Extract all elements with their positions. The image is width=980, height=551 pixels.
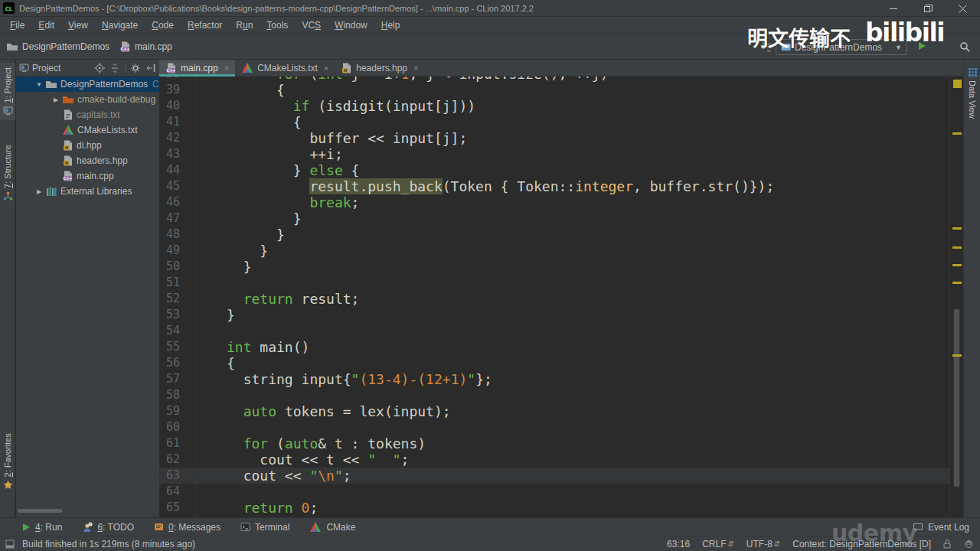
line-number[interactable]: 39 [159, 82, 196, 98]
code-line-43[interactable]: 43 ++i; [159, 146, 949, 162]
code-line-46[interactable]: 46 break; [159, 194, 949, 210]
line-number[interactable]: 48 [159, 227, 196, 243]
warning-stripe-mark[interactable] [952, 354, 962, 357]
warning-stripe-mark[interactable] [952, 282, 962, 284]
horizontal-scrollbar[interactable] [18, 509, 62, 513]
line-number[interactable]: 60 [159, 419, 196, 435]
line-separator-select[interactable]: CRLF⇵ [702, 539, 734, 549]
hector-inspections-icon[interactable] [964, 539, 974, 549]
run-configuration-select[interactable]: DesignPatternDemos ▼ [776, 39, 907, 55]
line-number[interactable]: 43 [159, 146, 196, 162]
breadcrumb-item[interactable]: DesignPatternDemos [6, 41, 109, 53]
code-line-62[interactable]: 62 cout << t << " "; [159, 452, 949, 468]
run-button[interactable] [917, 41, 926, 51]
toolwindow-button-run[interactable]: 4: Run [21, 522, 62, 533]
close-tab-icon[interactable]: × [413, 64, 418, 73]
line-number[interactable]: 61 [159, 435, 196, 452]
menu-tools[interactable]: Tools [260, 18, 295, 33]
locate-icon[interactable] [94, 63, 105, 73]
line-number[interactable]: 42 [159, 130, 196, 146]
line-number[interactable]: 50 [159, 259, 196, 275]
menu-view[interactable]: View [61, 18, 95, 33]
line-number[interactable]: 52 [159, 291, 196, 307]
tree-item-di.hpp[interactable]: Hdi.hpp [16, 138, 159, 153]
code-line-58[interactable]: 58 [159, 387, 949, 403]
warning-stripe-mark[interactable] [952, 246, 962, 249]
line-number[interactable]: 44 [159, 162, 196, 178]
code-line-53[interactable]: 53} [159, 307, 949, 323]
breadcrumb-item[interactable]: C++main.cpp [119, 41, 172, 53]
menu-run[interactable]: Run [229, 18, 260, 33]
code-line-60[interactable]: 60 [159, 419, 949, 435]
tool-stripe-1-project[interactable]: 1: Project [0, 63, 15, 120]
expand-arrow-icon[interactable]: ▶ [50, 96, 62, 103]
line-number[interactable]: 62 [159, 452, 196, 468]
code-line-48[interactable]: 48 } [159, 227, 949, 243]
vertical-scrollbar[interactable] [953, 308, 960, 487]
code-line-59[interactable]: 59 auto tokens = lex(input); [159, 403, 949, 419]
menu-navigate[interactable]: Navigate [95, 18, 145, 33]
expand-arrow-icon[interactable]: ▶ [33, 188, 45, 195]
hide-panel-icon[interactable] [145, 63, 156, 73]
code-line-45[interactable]: 45 result.push_back(Token { Token::integ… [159, 178, 949, 194]
line-number[interactable]: 47 [159, 210, 196, 227]
line-number[interactable]: 54 [159, 323, 196, 339]
line-number[interactable]: 58 [159, 387, 196, 403]
search-everywhere-icon[interactable] [959, 41, 971, 53]
toolwindow-button-cmake[interactable]: CMake [309, 521, 355, 533]
menu-refactor[interactable]: Refactor [181, 18, 229, 33]
code-line-52[interactable]: 52 return result; [159, 291, 949, 307]
editor-tab-main.cpp[interactable]: C++main.cpp× [159, 60, 235, 77]
menu-window[interactable]: Window [328, 18, 374, 33]
menu-help[interactable]: Help [374, 18, 407, 33]
menu-file[interactable]: File [3, 18, 31, 33]
resolve-context[interactable]: Context: DesignPatternDemos [D] [792, 539, 931, 549]
lock-icon[interactable] [943, 539, 952, 549]
minimize-button[interactable] [877, 0, 911, 17]
toolwindow-button-messages[interactable]: 0: Messages [154, 522, 220, 533]
code-line-55[interactable]: 55int main() [159, 339, 949, 355]
line-number[interactable]: 53 [159, 307, 196, 323]
toolwindow-toggle-icon[interactable] [5, 540, 15, 549]
editor-tab-headers.hpp[interactable]: Hheaders.hpp× [335, 60, 424, 77]
toolwindow-button-todo[interactable]: 6: TODO [82, 522, 134, 533]
line-number[interactable]: 46 [159, 194, 196, 210]
warning-stripe-mark[interactable] [952, 264, 962, 266]
code-editor[interactable]: 38 for (int j = i+1; j < input.size(); +… [159, 77, 949, 517]
line-number[interactable]: 41 [159, 114, 196, 130]
code-line-64[interactable]: 64 [159, 484, 949, 500]
close-tab-icon[interactable]: × [224, 64, 229, 73]
code-line-39[interactable]: 39 { [159, 82, 949, 98]
line-number[interactable]: 49 [159, 243, 196, 259]
tool-stripe-2-favorites[interactable]: 2: Favorites [0, 429, 15, 494]
code-line-42[interactable]: 42 buffer << input[j]; [159, 130, 949, 146]
line-number[interactable]: 55 [159, 339, 196, 355]
code-line-54[interactable]: 54 [159, 323, 949, 339]
close-button[interactable] [946, 0, 980, 17]
code-line-51[interactable]: 51 [159, 275, 949, 291]
warning-stripe-mark[interactable] [952, 227, 962, 230]
menu-code[interactable]: Code [145, 18, 181, 33]
close-tab-icon[interactable]: × [324, 64, 328, 73]
vcs-changes-icon[interactable]: 011001 [760, 41, 773, 53]
editor-tab-cmakelists.txt[interactable]: CMakeLists.txt× [235, 60, 335, 77]
tool-stripe-7-structure[interactable]: 7: Structure [0, 140, 15, 206]
line-number[interactable]: 51 [159, 275, 196, 291]
gear-icon[interactable] [130, 63, 141, 73]
encoding-select[interactable]: UTF-8⇵ [746, 539, 780, 549]
code-line-44[interactable]: 44 } else { [159, 162, 949, 178]
toolwindow-button-terminal[interactable]: Terminal [240, 522, 289, 533]
tree-item-cmakelists.txt[interactable]: CMakeLists.txt [16, 122, 159, 138]
tree-item-capitals.txt[interactable]: capitals.txt [16, 107, 159, 122]
code-line-65[interactable]: 65 return 0; [159, 500, 949, 516]
line-number[interactable]: 40 [159, 98, 196, 114]
menu-edit[interactable]: Edit [31, 18, 61, 33]
tree-item-external libraries[interactable]: ▶External Libraries [16, 184, 159, 199]
code-line-38[interactable]: 38 for (int j = i+1; j < input.size(); +… [159, 77, 949, 82]
tree-item-cmake-build-debug[interactable]: ▶cmake-build-debug [16, 92, 159, 107]
code-line-63[interactable]: 63 cout << "\n"; [159, 468, 949, 484]
code-line-47[interactable]: 47 } [159, 210, 949, 227]
code-line-61[interactable]: 61 for (auto& t : tokens) [159, 435, 949, 452]
line-number[interactable]: 38 [159, 77, 196, 82]
warning-stripe-mark[interactable] [952, 132, 962, 135]
